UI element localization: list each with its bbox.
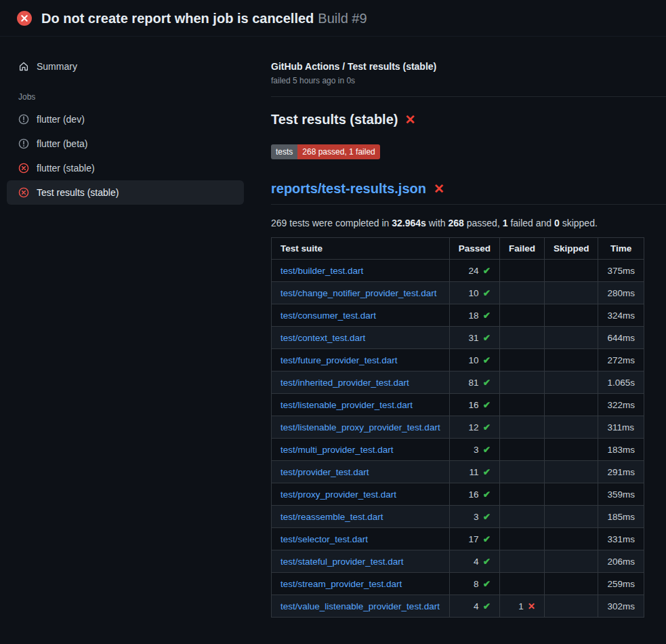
- suite-link[interactable]: test/future_provider_test.dart: [280, 355, 398, 365]
- check-icon: ✔: [483, 378, 491, 388]
- suite-cell: test/stream_provider_test.dart: [272, 573, 450, 595]
- page-layout: Summary Jobs flutter (dev)flutter (beta)…: [0, 37, 666, 618]
- skipped-cell: [544, 349, 598, 371]
- summary-duration: 32.964s: [392, 218, 426, 228]
- suite-link[interactable]: test/proxy_provider_test.dart: [280, 489, 396, 500]
- passed-cell: 12✔: [449, 416, 499, 439]
- job-label: flutter (dev): [37, 114, 85, 125]
- skipped-cell: [544, 483, 598, 506]
- suite-link[interactable]: test/listenable_proxy_provider_test.dart: [280, 422, 440, 432]
- table-row: test/provider_test.dart11✔291ms: [272, 461, 644, 483]
- skipped-cell: [544, 461, 598, 483]
- skipped-cell: [544, 416, 598, 439]
- failed-cell: [499, 573, 544, 595]
- table-row: test/stream_provider_test.dart8✔259ms: [272, 573, 644, 595]
- failed-x-icon: ✕: [404, 113, 415, 126]
- sidebar-item-summary[interactable]: Summary: [7, 54, 244, 79]
- passed-cell: 3✔: [449, 506, 499, 528]
- skipped-cell: [544, 550, 598, 573]
- check-icon: ✔: [483, 445, 491, 455]
- suite-link[interactable]: test/multi_provider_test.dart: [280, 445, 394, 455]
- passed-cell: 11✔: [449, 461, 499, 483]
- failed-cell: [499, 371, 544, 394]
- suite-link[interactable]: test/context_test.dart: [280, 333, 365, 343]
- suite-link[interactable]: test/consumer_test.dart: [280, 310, 376, 321]
- suite-link[interactable]: test/inherited_provider_test.dart: [280, 378, 409, 388]
- time-cell: 185ms: [598, 506, 644, 528]
- run-status-line: failed 5 hours ago in 0s: [271, 76, 644, 85]
- report-title-row: reports/test-results.json ✕: [271, 181, 666, 205]
- suite-cell: test/change_notifier_provider_test.dart: [272, 282, 450, 304]
- suite-cell: test/builder_test.dart: [272, 260, 450, 282]
- passed-cell: 17✔: [449, 528, 499, 550]
- failed-cell: [499, 461, 544, 483]
- failed-cell: [499, 506, 544, 528]
- summary-text: 269 tests were completed in: [271, 218, 392, 228]
- suite-cell: test/proxy_provider_test.dart: [272, 483, 450, 506]
- sidebar-job-item[interactable]: flutter (stable): [7, 156, 244, 180]
- section-title: Test results (stable): [271, 112, 398, 127]
- check-icon: ✔: [483, 512, 491, 522]
- neutral-icon: [18, 138, 29, 149]
- passed-cell: 8✔: [449, 573, 499, 595]
- suite-cell: test/reassemble_test.dart: [272, 506, 450, 528]
- suite-link[interactable]: test/stream_provider_test.dart: [280, 579, 402, 589]
- header-divider: [271, 96, 666, 97]
- tests-badge: tests268 passed, 1 failed: [271, 144, 380, 159]
- sidebar: Summary Jobs flutter (dev)flutter (beta)…: [0, 37, 251, 205]
- sidebar-job-item[interactable]: Test results (stable): [7, 180, 244, 205]
- build-failed-icon: [16, 10, 33, 26]
- skipped-cell: [544, 394, 598, 416]
- suite-link[interactable]: test/listenable_provider_test.dart: [280, 400, 413, 410]
- time-cell: 322ms: [598, 394, 644, 416]
- summary-text: passed,: [464, 218, 503, 228]
- suite-cell: test/consumer_test.dart: [272, 304, 450, 327]
- table-row: test/change_notifier_provider_test.dart1…: [272, 282, 644, 304]
- check-icon: ✔: [483, 489, 491, 500]
- suite-link[interactable]: test/stateful_provider_test.dart: [280, 557, 404, 567]
- failed-cell: [499, 327, 544, 349]
- passed-cell: 18✔: [449, 304, 499, 327]
- time-cell: 375ms: [598, 260, 644, 282]
- suite-link[interactable]: test/builder_test.dart: [280, 266, 363, 276]
- table-row: test/proxy_provider_test.dart16✔359ms: [272, 483, 644, 506]
- report-link[interactable]: reports/test-results.json: [271, 181, 426, 197]
- suite-link[interactable]: test/provider_test.dart: [280, 467, 369, 477]
- sidebar-job-item[interactable]: flutter (beta): [7, 132, 244, 156]
- suite-cell: test/listenable_proxy_provider_test.dart: [272, 416, 450, 439]
- build-title-row: Do not create report when job is cancell…: [41, 11, 367, 26]
- table-row: test/inherited_provider_test.dart81✔1.06…: [272, 371, 644, 394]
- passed-cell: 3✔: [449, 439, 499, 461]
- suite-link[interactable]: test/selector_test.dart: [280, 534, 368, 544]
- passed-cell: 16✔: [449, 483, 499, 506]
- jobs-section-label: Jobs: [7, 79, 244, 107]
- sidebar-job-item[interactable]: flutter (dev): [7, 107, 244, 132]
- skipped-cell: [544, 506, 598, 528]
- build-number: Build #9: [318, 11, 367, 26]
- results-table-body: test/builder_test.dart24✔375mstest/chang…: [272, 260, 644, 618]
- app-root: Do not create report when job is cancell…: [0, 0, 666, 618]
- passed-cell: 4✔: [449, 595, 499, 618]
- header-row: Test suitePassedFailedSkippedTime: [272, 238, 644, 260]
- time-cell: 259ms: [598, 573, 644, 595]
- column-header: Skipped: [544, 238, 598, 260]
- passed-cell: 4✔: [449, 550, 499, 573]
- skipped-cell: [544, 573, 598, 595]
- failed-icon: [18, 163, 29, 174]
- home-icon: [18, 61, 29, 72]
- summary-text: with: [426, 218, 449, 228]
- suite-link[interactable]: test/reassemble_test.dart: [280, 512, 383, 522]
- skipped-cell: [544, 260, 598, 282]
- check-icon: ✔: [483, 355, 491, 365]
- neutral-icon: [18, 114, 29, 125]
- failed-icon: [18, 187, 29, 198]
- skipped-cell: [544, 327, 598, 349]
- build-header: Do not create report when job is cancell…: [0, 0, 666, 37]
- suite-link[interactable]: test/value_listenable_provider_test.dart: [280, 601, 440, 611]
- check-icon: ✔: [483, 422, 491, 432]
- check-icon: ✔: [483, 266, 491, 276]
- column-header: Time: [598, 238, 644, 260]
- time-cell: 272ms: [598, 349, 644, 371]
- suite-link[interactable]: test/change_notifier_provider_test.dart: [280, 288, 436, 298]
- table-row: test/selector_test.dart17✔331ms: [272, 528, 644, 550]
